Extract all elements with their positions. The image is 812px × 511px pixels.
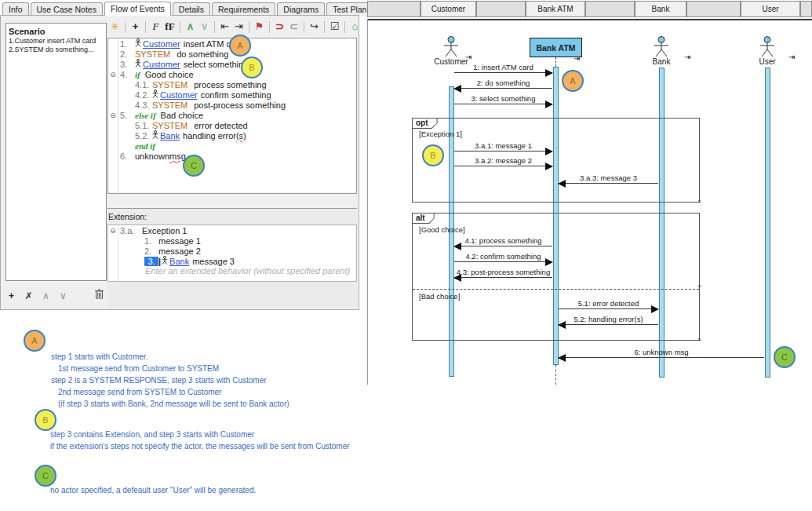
collapse-icon[interactable]: ⊖	[108, 71, 118, 78]
actor-icon-wrap	[152, 89, 158, 100]
tab-test-plan[interactable]: Test Plan	[326, 2, 373, 16]
step-row[interactable]: 4.3.SYSTEMpost-process something	[108, 100, 356, 110]
assign-actor-icon[interactable]: ⚑	[253, 19, 265, 35]
extension-placeholder[interactable]: Enter an extended behavior (without spec…	[108, 266, 356, 276]
tab-diagrams[interactable]: Diagrams	[277, 2, 325, 16]
indent-icon[interactable]: ⇥	[233, 19, 245, 35]
actor-icon-wrap	[152, 130, 158, 141]
lane-tab-bank-atm[interactable]: Bank ATM	[526, 1, 585, 17]
callout-badge-a: A	[229, 35, 251, 57]
lane-tab-customer[interactable]: Customer	[421, 1, 476, 17]
message-label: 3: select something	[454, 94, 552, 103]
toolbar-separator	[269, 21, 270, 33]
lifeline-actor-customer[interactable]	[442, 36, 461, 57]
add-scenario-icon[interactable]: +	[5, 288, 17, 304]
verify-steps-icon[interactable]: ☑	[329, 19, 340, 35]
message-3-a-1-message-1[interactable]: 3.a.1: message 1	[454, 151, 552, 151]
tab-flow-of-events[interactable]: Flow of Events	[104, 2, 171, 16]
actor-icon	[152, 89, 158, 98]
tab-requirements[interactable]: Requirements	[212, 2, 275, 16]
step-number: 4.1.	[135, 80, 152, 89]
callout-badge-b: B	[35, 409, 56, 431]
scenario-list[interactable]: Scenario 1.Customer insert ATM card 2.SY…	[5, 23, 107, 281]
actor-link-customer[interactable]: Customer	[143, 60, 180, 69]
extract-to-use-case-icon[interactable]: ↪	[308, 19, 320, 35]
actor-icon-wrap	[162, 256, 168, 266]
scenario-wizard-icon[interactable]: ✳	[109, 19, 121, 35]
font-size-icon[interactable]: fF	[164, 19, 176, 35]
message-5-1-error-detected[interactable]: 5.1: error detected	[559, 308, 658, 309]
actor-link-customer[interactable]: Customer	[143, 39, 180, 49]
message-3-a-2-message-2[interactable]: 3.a.2: message 2	[454, 166, 552, 166]
actor-link-customer[interactable]: Customer	[160, 90, 198, 100]
message-label: 3.a.3: message 3	[559, 173, 658, 182]
collapse-icon[interactable]: ⊖	[108, 227, 118, 235]
message-4-2-confirm-something[interactable]: 4.2: confirm something	[454, 261, 552, 262]
step-row[interactable]: end if	[108, 141, 356, 151]
step-row[interactable]: ⊖3.a.Exception 1	[108, 225, 356, 235]
step-row[interactable]: 3.|Bankmessage 3	[108, 256, 356, 266]
flow-keyword: else if	[135, 111, 156, 120]
message-arrowhead	[545, 148, 553, 155]
step-number: 3.a.	[120, 226, 142, 235]
message-6-unknown-msg[interactable]: 6: unknown msg	[559, 357, 764, 358]
font-style-icon[interactable]: F	[150, 19, 162, 35]
move-scenario-up-icon[interactable]: ∧	[40, 288, 52, 304]
fragment-handle-icon[interactable]: ×	[697, 337, 701, 343]
fragment-handle-icon[interactable]: ×	[697, 283, 701, 290]
actor-figure-icon	[652, 36, 671, 57]
delete-scenario-trash-icon[interactable]	[93, 288, 105, 304]
lifeline-object-bank-atm[interactable]: Bank ATM	[530, 38, 582, 57]
lifeline-actor-user[interactable]	[758, 36, 777, 57]
move-scenario-down-icon[interactable]: ∨	[57, 288, 69, 304]
step-row[interactable]: 2.message 2	[108, 246, 356, 256]
message-1-insert-atm-card[interactable]: 1: insert ATM card	[454, 72, 552, 73]
lifeline-actor-bank[interactable]	[652, 36, 671, 57]
lane-gap	[686, 1, 741, 17]
step-row[interactable]: 5.1.SYSTEMerror detected	[108, 120, 356, 130]
rename-scenario-icon[interactable]: ✗	[23, 288, 35, 304]
fragment-operand-divider	[413, 289, 699, 290]
step-row[interactable]: 5.2.Bankhandling error(s)	[108, 130, 356, 141]
message-3-a-3-message-3[interactable]: 3.a.3: message 3	[559, 183, 658, 184]
message-2-do-something[interactable]: 2: do something	[454, 88, 552, 89]
step-row[interactable]: 4.1.SYSTEMprocess something	[108, 79, 356, 89]
step-row[interactable]: ⊖5.else ifBad choice	[108, 110, 356, 120]
outdent-icon[interactable]: ⇤	[219, 19, 231, 35]
collapse-icon[interactable]: ⊖	[108, 111, 118, 119]
step-row[interactable]: 6.unknown msg	[108, 151, 356, 161]
step-row[interactable]: 3.Customerselect something	[108, 59, 356, 69]
lane-tab-bank[interactable]: Bank	[635, 1, 686, 17]
message-4-3-post-process-something[interactable]: 4.3: post-process something	[454, 277, 552, 278]
undo-icon[interactable]: ⊃	[274, 19, 286, 35]
scenario-list-item[interactable]: Scenario 1.Customer insert ATM card 2.SY…	[6, 24, 106, 57]
message-3-select-something[interactable]: 3: select something	[454, 104, 552, 104]
step-row[interactable]: 4.2.Customerconfirm something	[108, 89, 356, 100]
move-up-icon[interactable]: ∧	[184, 19, 196, 35]
use-case-details-window: InfoUse Case NotesFlow of EventsDetailsR…	[0, 0, 359, 310]
message-arrowhead	[558, 354, 566, 362]
fragment-handle-icon[interactable]: ×	[697, 199, 701, 205]
redo-icon[interactable]: ⊂	[288, 19, 300, 35]
tab-details[interactable]: Details	[173, 2, 210, 16]
move-down-icon[interactable]: ∨	[198, 19, 210, 35]
sequence-diagram-canvas[interactable]: CustomerBank ATMBankUser⇥⇥⇥⇥opt[Exceptio…	[367, 19, 812, 511]
message-4-1-process-something[interactable]: 4.1: process something	[454, 246, 552, 246]
toolbar-separator	[180, 21, 180, 33]
step-row[interactable]: 1.message 1	[108, 235, 356, 246]
message-5-2-handling-error-s[interactable]: 5.2: handling error(s)	[559, 324, 658, 325]
extension-steps-list[interactable]: ⊖3.a.Exception 11.message 12.message 23.…	[107, 224, 357, 282]
tab-use-case-notes[interactable]: Use Case Notes	[31, 2, 103, 16]
actor-link-bank[interactable]: Bank	[160, 131, 180, 141]
add-step-icon[interactable]: +	[129, 19, 141, 35]
actor-link-bank[interactable]: Bank	[169, 257, 189, 266]
activation-bar-user[interactable]	[765, 68, 770, 378]
generate-diagram-home-icon[interactable]: ⌂	[349, 19, 361, 35]
flow-steps-list[interactable]: 1.Customerinsert ATM card2.SYSTEMdo some…	[107, 38, 357, 194]
tab-info[interactable]: Info	[2, 2, 29, 16]
step-row[interactable]: ⊖4.ifGood choice	[108, 69, 356, 79]
step-number: 4.2.	[135, 90, 152, 100]
lane-tab-user[interactable]: User	[741, 1, 800, 17]
step-number: 6.	[120, 151, 135, 161]
fragment-operator-text: alt	[413, 214, 434, 223]
